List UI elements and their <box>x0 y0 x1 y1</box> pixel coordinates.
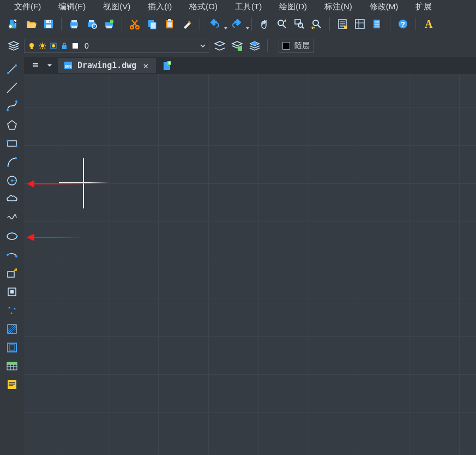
layer-manager-button[interactable] <box>7 39 21 53</box>
svg-point-60 <box>7 254 9 256</box>
svg-rect-4 <box>46 20 51 23</box>
redo-button[interactable] <box>227 17 246 31</box>
match-properties-button[interactable] <box>180 17 194 31</box>
layer-previous-button[interactable] <box>213 39 227 53</box>
cut-button[interactable] <box>128 17 142 31</box>
print-preview-button[interactable] <box>85 17 99 31</box>
spline-tool[interactable] <box>4 209 20 226</box>
save-button[interactable] <box>41 17 56 31</box>
point-tool[interactable] <box>4 302 20 319</box>
svg-point-36 <box>41 44 44 47</box>
svg-rect-15 <box>110 20 113 23</box>
svg-rect-40 <box>73 43 78 49</box>
svg-point-51 <box>15 145 17 147</box>
design-center-button[interactable] <box>353 17 367 31</box>
canvas-container: DWG Drawing1.dwg ✕ <box>24 57 476 455</box>
hatch-tool[interactable] <box>4 321 20 337</box>
zoom-window-button[interactable] <box>292 17 306 31</box>
menu-format[interactable]: 格式(O) <box>180 1 226 13</box>
tool-palettes-button[interactable] <box>370 17 384 31</box>
standard-toolbar: ? A <box>0 13 476 35</box>
help-button[interactable]: ? <box>396 17 410 31</box>
properties-button[interactable] <box>335 17 350 31</box>
toolbar-separator <box>267 39 268 52</box>
sun-viewport-icon <box>50 42 57 50</box>
tab-list-button[interactable] <box>29 59 41 71</box>
paste-button[interactable] <box>162 17 177 31</box>
revision-cloud-tool[interactable] <box>4 191 20 207</box>
make-block-tool[interactable] <box>4 284 20 300</box>
svg-line-42 <box>8 65 16 73</box>
menu-file[interactable]: 文件(F) <box>5 1 50 13</box>
tab-dropdown-button[interactable] <box>44 59 56 71</box>
svg-rect-64 <box>10 290 14 294</box>
new-document-button[interactable] <box>7 17 21 31</box>
circle-tool[interactable] <box>4 172 20 189</box>
file-tab-label: Drawing1.dwg <box>77 61 136 70</box>
drawing-canvas[interactable] <box>24 74 476 455</box>
polyline-tool[interactable] <box>4 98 20 115</box>
svg-point-58 <box>16 235 18 237</box>
region-tool[interactable] <box>4 339 20 356</box>
line-tool[interactable] <box>4 61 20 77</box>
color-bylayer-dropdown[interactable]: 随层 <box>279 39 314 53</box>
svg-point-26 <box>313 20 318 26</box>
svg-rect-69 <box>8 343 16 352</box>
svg-rect-75 <box>33 65 38 67</box>
svg-text:?: ? <box>401 20 405 28</box>
zoom-previous-button[interactable] <box>310 17 324 31</box>
menu-modify[interactable]: 修改(M) <box>361 1 407 13</box>
menu-insert[interactable]: 插入(I) <box>139 1 180 13</box>
svg-marker-48 <box>8 121 16 129</box>
svg-point-34 <box>29 43 34 47</box>
insert-block-tool[interactable] <box>4 265 20 282</box>
new-tab-button[interactable] <box>160 59 174 71</box>
polygon-tool[interactable] <box>4 117 20 133</box>
menu-edit[interactable]: 编辑(E) <box>50 1 94 13</box>
dwg-file-icon: DWG <box>63 61 73 70</box>
zoom-realtime-button[interactable] <box>275 17 289 31</box>
undo-button[interactable] <box>206 17 224 31</box>
close-tab-button[interactable]: ✕ <box>141 61 150 71</box>
svg-point-50 <box>7 140 9 142</box>
menu-draw[interactable]: 绘图(D) <box>270 1 316 13</box>
table-tool[interactable] <box>4 358 20 374</box>
svg-text:A: A <box>425 18 433 30</box>
ellipse-tool[interactable] <box>4 228 20 244</box>
copy-button[interactable] <box>145 17 159 31</box>
multiline-text-tool[interactable] <box>4 376 20 393</box>
svg-point-28 <box>344 26 347 29</box>
file-tab-active[interactable]: DWG Drawing1.dwg ✕ <box>58 58 156 73</box>
svg-point-66 <box>14 308 16 310</box>
draw-toolbox <box>0 57 24 455</box>
svg-point-46 <box>7 109 9 111</box>
toolbar-separator <box>251 17 252 31</box>
menu-bar: 文件(F) 编辑(E) 视图(V) 插入(I) 格式(O) 工具(T) 绘图(D… <box>0 0 476 13</box>
construction-line-tool[interactable] <box>4 80 20 96</box>
chevron-down-icon[interactable] <box>200 43 206 49</box>
svg-rect-70 <box>9 345 15 350</box>
lock-icon <box>61 42 68 50</box>
plot-button[interactable] <box>102 17 116 31</box>
arc-tool[interactable] <box>4 154 20 170</box>
menu-extend[interactable]: 扩展 <box>407 1 441 13</box>
menu-tools[interactable]: 工具(T) <box>226 1 270 13</box>
layer-dropdown[interactable]: 0 <box>24 39 209 53</box>
svg-rect-11 <box>89 20 94 22</box>
print-button[interactable] <box>67 17 81 31</box>
sun-freeze-icon <box>39 42 46 50</box>
menu-view[interactable]: 视图(V) <box>94 1 139 13</box>
svg-point-53 <box>15 157 17 159</box>
svg-rect-74 <box>33 63 38 64</box>
main-area: DWG Drawing1.dwg ✕ <box>0 57 476 455</box>
pan-button[interactable] <box>257 17 272 31</box>
ellipse-arc-tool[interactable] <box>4 247 20 263</box>
layer-state-button[interactable] <box>230 39 244 53</box>
layer-isolate-button[interactable] <box>248 39 262 53</box>
open-button[interactable] <box>24 17 38 31</box>
text-tool-button[interactable]: A <box>421 17 436 31</box>
chevron-down-icon[interactable] <box>246 27 249 29</box>
menu-dimension[interactable]: 标注(N) <box>316 1 361 13</box>
svg-rect-62 <box>8 272 14 277</box>
rectangle-tool[interactable] <box>4 135 20 152</box>
